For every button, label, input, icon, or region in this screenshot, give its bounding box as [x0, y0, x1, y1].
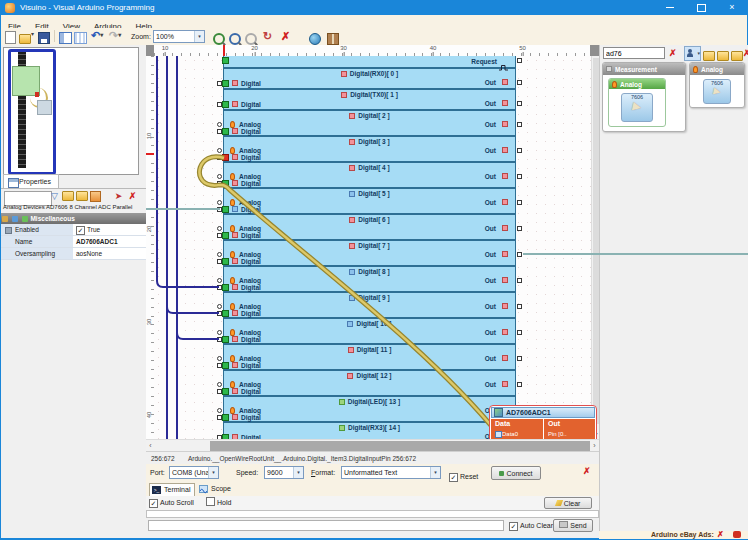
- delete-button[interactable]: ✗: [281, 30, 290, 43]
- refresh-button[interactable]: ↻: [263, 30, 272, 43]
- clear-search-icon[interactable]: ✗: [669, 47, 677, 59]
- maximize-button[interactable]: [686, 1, 716, 15]
- collapse-folder-icon[interactable]: [76, 191, 87, 202]
- out-pin-connector[interactable]: [517, 304, 522, 309]
- design-canvas[interactable]: 1020304050 10203040 RequestDigital(RX0)[…: [146, 45, 599, 439]
- measurement-card-header[interactable]: Measurement: [603, 63, 685, 75]
- zoom-select[interactable]: 100%▾: [153, 30, 205, 43]
- value-checkbox[interactable]: ✓: [76, 226, 85, 235]
- analog-pin-connector[interactable]: [217, 226, 222, 231]
- hold-checkbox[interactable]: Hold: [206, 496, 231, 510]
- digital-pin-state[interactable]: [222, 80, 229, 87]
- digital-pin-state[interactable]: [222, 388, 229, 395]
- analog-pin-connector[interactable]: [217, 252, 222, 257]
- out-pin-connector[interactable]: [517, 330, 522, 335]
- property-category-header[interactable]: Miscellaneous: [1, 213, 146, 224]
- digital-pin-state[interactable]: [222, 414, 229, 421]
- zoom-out-button[interactable]: [229, 31, 241, 44]
- filter-funnel-icon[interactable]: ▽: [49, 191, 60, 202]
- request-row-pin-state[interactable]: [222, 57, 229, 64]
- out-pin-connector[interactable]: [517, 122, 522, 127]
- analog-pin-connector[interactable]: [217, 174, 222, 179]
- digital-pin-state[interactable]: [222, 310, 229, 317]
- terminal-output[interactable]: [146, 510, 599, 518]
- digital-pin-state[interactable]: [222, 336, 229, 343]
- analog-pin-connector[interactable]: [217, 122, 222, 127]
- property-value[interactable]: AD7606ADC1: [73, 236, 146, 247]
- ads-close-icon[interactable]: ✗: [717, 531, 724, 539]
- out-pin-connector[interactable]: [517, 382, 522, 387]
- auto-clear-checkbox[interactable]: ✓Auto Clear: [509, 518, 553, 533]
- analog-pin-connector[interactable]: [217, 304, 222, 309]
- save-project-button[interactable]: [38, 30, 50, 43]
- send-input[interactable]: [148, 520, 504, 531]
- out-pin-connector[interactable]: [517, 200, 522, 205]
- analog-pin-connector[interactable]: [217, 408, 222, 413]
- digital-pin-state[interactable]: [222, 180, 229, 187]
- digital-pin-state[interactable]: [222, 232, 229, 239]
- format-select[interactable]: Unformatted Text▾: [341, 466, 441, 479]
- connect-button[interactable]: Connect: [491, 466, 541, 480]
- overview-minimap[interactable]: [3, 47, 139, 175]
- tab-scope[interactable]: Scope: [197, 483, 235, 496]
- out-pin-connector[interactable]: [517, 101, 522, 106]
- undo-button[interactable]: ↶▾: [91, 30, 103, 43]
- property-value[interactable]: aosNone: [73, 248, 146, 259]
- open-project-button[interactable]: ▾: [19, 30, 34, 43]
- analog-pin-connector[interactable]: [217, 356, 222, 361]
- adc-floating-component[interactable]: AD7606ADC1 Data Out Data0 Pin [0..: [489, 405, 599, 439]
- close-properties-icon[interactable]: ✗: [127, 191, 138, 202]
- digital-pin-state[interactable]: [222, 258, 229, 265]
- hscroll-thumb[interactable]: [210, 441, 590, 451]
- canvas-content[interactable]: RequestDigital(RX0)[ 0 ]DigitalOutDigita…: [154, 56, 591, 439]
- clear-button[interactable]: Clear: [544, 497, 592, 509]
- request-pin-connector[interactable]: [517, 58, 522, 63]
- expand-folder-icon[interactable]: [62, 191, 73, 202]
- arduino-board-component[interactable]: RequestDigital(RX0)[ 0 ]DigitalOutDigita…: [223, 56, 516, 439]
- categorize-icon[interactable]: [90, 191, 101, 202]
- minimize-button[interactable]: [655, 1, 685, 15]
- digital-pin-state[interactable]: [222, 101, 229, 108]
- out-pin-connector[interactable]: [517, 252, 522, 257]
- upload-button[interactable]: [327, 31, 339, 44]
- tab-terminal[interactable]: >_Terminal: [149, 483, 195, 497]
- property-value[interactable]: ✓True: [73, 224, 146, 235]
- digital-pin-state[interactable]: [222, 128, 229, 135]
- port-select[interactable]: COM8 (Unava▾: [169, 466, 219, 479]
- pin-tool-icon[interactable]: ➤: [113, 191, 124, 202]
- analog-pin-connector[interactable]: [217, 330, 222, 335]
- tab-properties[interactable]: Properties: [3, 174, 59, 188]
- out-pin-connector[interactable]: [517, 148, 522, 153]
- analog-card-header[interactable]: Analog: [690, 63, 744, 75]
- close-button[interactable]: ×: [717, 1, 747, 15]
- digital-pin-state[interactable]: [222, 154, 229, 161]
- zoom-in-button[interactable]: [213, 31, 225, 44]
- digital-pin-state[interactable]: [222, 284, 229, 291]
- out-pin-connector[interactable]: [517, 356, 522, 361]
- ad7606-component-item-2[interactable]: 7606 ▶: [703, 79, 731, 104]
- out-pin-connector[interactable]: [517, 226, 522, 231]
- digital-pin-state[interactable]: [222, 362, 229, 369]
- auto-scroll-checkbox[interactable]: ✓Auto Scroll: [149, 496, 194, 510]
- close-toolbox-icon[interactable]: ✗: [743, 47, 748, 59]
- toolbox-subcard-analog[interactable]: Analog 7606 ▶: [608, 78, 666, 127]
- ad7606-component-item[interactable]: 7606 ▶: [621, 93, 653, 122]
- filter-author-icon[interactable]: ▾: [684, 46, 701, 61]
- toggle-structure-panel-button[interactable]: [59, 30, 72, 43]
- toolbox-card-analog[interactable]: Analog 7606 ▶: [689, 62, 745, 108]
- ads-block-icon[interactable]: [733, 531, 741, 538]
- analog-subcard-header[interactable]: Analog: [609, 79, 665, 89]
- analog-pin-connector[interactable]: [217, 148, 222, 153]
- analog-pin-connector[interactable]: [217, 200, 222, 205]
- minimap-viewport[interactable]: [8, 49, 56, 175]
- zoom-reset-button[interactable]: [245, 31, 257, 44]
- speed-select[interactable]: 9600▾: [264, 466, 304, 479]
- component-search-input[interactable]: [603, 47, 665, 59]
- compile-button[interactable]: [309, 31, 321, 44]
- toggle-grid-button[interactable]: [74, 30, 87, 43]
- analog-pin-connector[interactable]: [217, 278, 222, 283]
- disconnect-settings-icon[interactable]: ✗: [583, 465, 591, 477]
- toolbox-card-measurement[interactable]: Measurement Analog 7606 ▶: [602, 62, 686, 132]
- new-project-button[interactable]: [5, 30, 16, 43]
- send-button[interactable]: Send: [553, 519, 593, 532]
